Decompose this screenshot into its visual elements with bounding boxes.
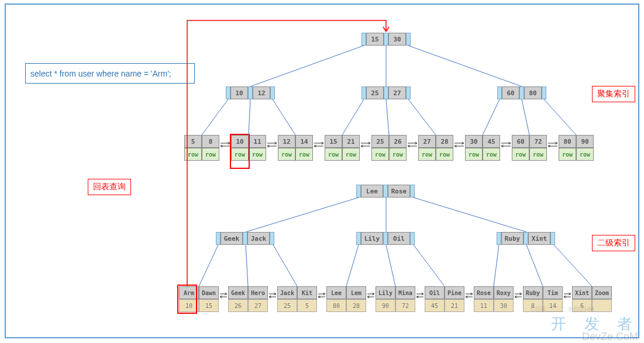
cdn-overlay-text: CD落二二二·水组ZHM — [531, 305, 594, 314]
secondary-l2-1: LilyOil — [356, 232, 415, 245]
secondary-leaf-1: GeekHero 2627 — [228, 286, 268, 312]
secondary-leaf-3: LeeLem 8028 — [326, 286, 366, 312]
clustered-leaf-5: 2728 rowrow — [418, 135, 453, 161]
sql-query-text: select * from user where name = 'Arm'; — [30, 69, 171, 78]
clustered-leaf-8: 8090 rowrow — [559, 135, 594, 161]
clustered-leaf-2: 1214 rowrow — [278, 135, 313, 161]
clustered-leaf-1: 1011 rowrow — [231, 135, 266, 161]
clustered-leaf-7: 6072 rowrow — [512, 135, 547, 161]
secondary-leaf-4: LilyMina 9072 — [376, 286, 415, 312]
watermark-url: DevZe.CoM — [582, 331, 638, 343]
clustered-l2-2: 6080 — [497, 86, 546, 99]
clustered-leaf-6: 3045 rowrow — [465, 135, 500, 161]
clustered-root: 1530 — [361, 33, 411, 46]
clustered-l2-0: 1012 — [226, 86, 275, 99]
secondary-leaf-6: RoseRoxy 1130 — [474, 286, 514, 312]
secondary-leaf-2: JackKit 255 — [277, 286, 317, 312]
secondary-leaf-5: OilPine 4521 — [425, 286, 464, 312]
secondary-leaf-0: ArmDawn 1015 — [179, 286, 219, 312]
clustered-leaf-0: 58 rowrow — [184, 135, 219, 161]
secondary-index-label: 二级索引 — [592, 235, 635, 251]
secondary-l2-2: RubyXint — [497, 232, 555, 245]
callback-label: 回表查询 — [88, 179, 131, 195]
clustered-index-label: 聚集索引 — [592, 86, 635, 102]
clustered-leaf-4: 2526 rowrow — [371, 135, 407, 161]
sql-query-box: select * from user where name = 'Arm'; — [25, 63, 195, 84]
clustered-l2-1: 2527 — [361, 86, 411, 99]
secondary-root: LeeRose — [356, 185, 415, 198]
clustered-leaf-3: 1521 rowrow — [325, 135, 360, 161]
secondary-l2-0: GeekJack — [216, 232, 274, 245]
